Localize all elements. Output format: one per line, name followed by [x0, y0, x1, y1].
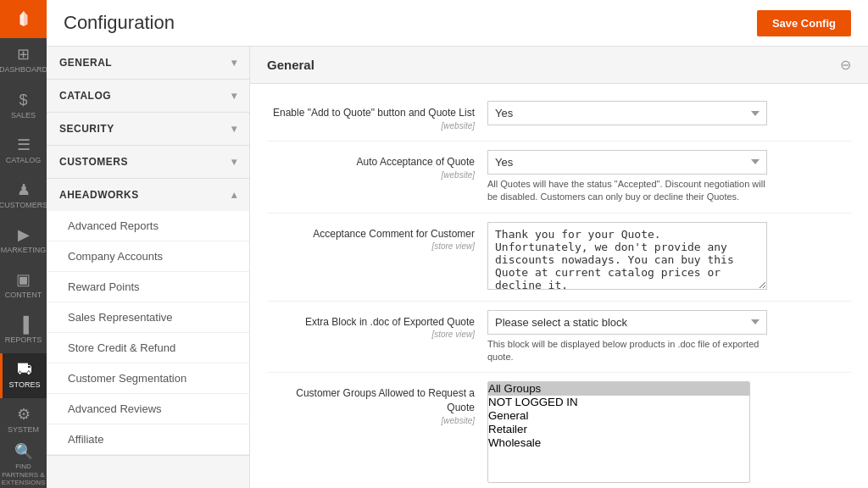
- sidebar-item-content[interactable]: ▣ CONTENT: [0, 263, 47, 308]
- listbox-wrapper: All Groups NOT LOGGED IN General Retaile…: [487, 381, 767, 483]
- form-row-add-to-quote: Enable "Add to Quote" button and Quote L…: [267, 92, 851, 141]
- sidebar-item-advanced-reports[interactable]: Advanced Reports: [47, 211, 249, 241]
- sidebar-item-label: SYSTEM: [8, 425, 39, 434]
- dashboard-icon: ⊞: [17, 47, 30, 62]
- find-icon: 🔍: [14, 444, 33, 459]
- form-table: Enable "Add to Quote" button and Quote L…: [250, 84, 868, 488]
- chevron-down-icon: ▾: [231, 90, 237, 102]
- extra-block-hint: This block will be displayed below produ…: [487, 338, 767, 364]
- sidebar-section-label: CATALOG: [59, 90, 111, 102]
- sidebar-item-label: MARKETING: [1, 246, 47, 254]
- sidebar-section-aheadworks: AHEADWORKS ▴ Advanced Reports Company Ac…: [47, 179, 249, 456]
- sidebar-header-general[interactable]: GENERAL ▾: [47, 47, 249, 79]
- magento-logo-icon: [11, 6, 36, 31]
- sidebar-item-company-accounts[interactable]: Company Accounts: [47, 241, 249, 272]
- form-row-auto-acceptance: Auto Acceptance of Quote [website] Yes N…: [267, 141, 851, 214]
- sidebar-item-sales[interactable]: $ SALES: [0, 83, 47, 128]
- customers-icon: ♟: [17, 182, 31, 197]
- chevron-down-icon: ▾: [231, 57, 237, 69]
- system-icon: ⚙: [17, 407, 31, 422]
- sales-icon: $: [19, 92, 27, 108]
- sidebar-section-customers: CUSTOMERS ▾: [47, 146, 249, 179]
- chevron-down-icon: ▾: [231, 123, 237, 135]
- form-field-auto-acceptance: Yes No All Quotes will have the status "…: [487, 150, 851, 204]
- sidebar-header-catalog[interactable]: CATALOG ▾: [47, 80, 249, 112]
- add-to-quote-select[interactable]: Yes No: [487, 101, 767, 125]
- marketing-icon: ▶: [18, 227, 30, 242]
- sidebar-section-label: GENERAL: [59, 57, 112, 69]
- auto-acceptance-select[interactable]: Yes No: [487, 150, 767, 175]
- sidebar-item-system[interactable]: ⚙ SYSTEM: [0, 398, 47, 443]
- sidebar-item-affiliate[interactable]: Affiliate: [47, 424, 249, 455]
- sidebar-item-label: CATALOG: [6, 156, 42, 164]
- sidebar-item-advanced-reviews[interactable]: Advanced Reviews: [47, 394, 249, 424]
- form-label-extra-block: Extra Block in .doc of Exported Quote [s…: [267, 310, 487, 341]
- form-label-acceptance-comment: Acceptance Comment for Customer [store v…: [267, 222, 487, 253]
- sidebar-header-security[interactable]: SECURITY ▾: [47, 113, 249, 145]
- sidebar-item-sales-representative[interactable]: Sales Representative: [47, 302, 249, 333]
- catalog-icon: ☰: [17, 137, 31, 152]
- logo-area[interactable]: [0, 0, 47, 38]
- sidebar-header-customers[interactable]: CUSTOMERS ▾: [47, 146, 249, 178]
- form-field-add-to-quote: Yes No: [487, 101, 851, 125]
- chevron-up-icon: ▴: [231, 189, 237, 201]
- sidebar-item-label: DASHBOARD: [0, 65, 47, 74]
- form-label-auto-acceptance: Auto Acceptance of Quote [website]: [267, 150, 487, 181]
- acceptance-comment-textarea[interactable]: Thank you for your Quote. Unfortunately,…: [487, 222, 767, 290]
- main-panel: General ⊖ Enable "Add to Quote" button a…: [250, 47, 868, 488]
- sidebar-item-dashboard[interactable]: ⊞ DASHBOARD: [0, 38, 47, 83]
- sidebar-item-find[interactable]: 🔍 FIND PARTNERS & EXTENSIONS: [0, 443, 47, 488]
- page-title: Configuration: [64, 12, 175, 34]
- sidebar-item-label: SALES: [11, 111, 36, 119]
- customer-groups-listbox[interactable]: All Groups NOT LOGGED IN General Retaile…: [487, 381, 750, 483]
- form-label-customer-groups: Customer Groups Allowed to Request a Quo…: [267, 381, 487, 427]
- sidebar-item-reward-points[interactable]: Reward Points: [47, 272, 249, 302]
- content-area: GENERAL ▾ CATALOG ▾ SECURITY ▾ CUSTOMERS: [47, 47, 868, 488]
- sidebar-section-security: SECURITY ▾: [47, 113, 249, 146]
- sidebar-item-marketing[interactable]: ▶ MARKETING: [0, 218, 47, 263]
- section-title: General: [267, 58, 314, 72]
- stores-icon: ⛟: [17, 362, 32, 377]
- form-label-add-to-quote: Enable "Add to Quote" button and Quote L…: [267, 101, 487, 132]
- sidebar-section-catalog: CATALOG ▾: [47, 80, 249, 113]
- sidebar-item-label: REPORTS: [5, 336, 42, 344]
- sidebar-section-label: CUSTOMERS: [59, 156, 128, 168]
- top-bar: Configuration Save Config: [47, 0, 868, 47]
- section-header: General ⊖: [250, 47, 868, 84]
- sidebar-item-reports[interactable]: ▐ REPORTS: [0, 308, 47, 353]
- aheadworks-items: Advanced Reports Company Accounts Reward…: [47, 211, 249, 455]
- sidebar-item-customer-segmentation[interactable]: Customer Segmentation: [47, 363, 249, 394]
- sidebar-header-aheadworks[interactable]: AHEADWORKS ▴: [47, 179, 249, 211]
- sidebar-item-store-credit[interactable]: Store Credit & Refund: [47, 333, 249, 363]
- sidebar-section-label: AHEADWORKS: [59, 189, 139, 201]
- form-field-extra-block: Please select a static block This block …: [487, 310, 851, 364]
- form-row-customer-groups: Customer Groups Allowed to Request a Quo…: [267, 373, 851, 488]
- auto-acceptance-hint: All Quotes will have the status "Accepte…: [487, 178, 767, 204]
- extra-block-select[interactable]: Please select a static block: [487, 310, 767, 335]
- save-config-button[interactable]: Save Config: [757, 10, 851, 36]
- main-content: Configuration Save Config GENERAL ▾ CATA…: [47, 0, 868, 488]
- form-field-acceptance-comment: Thank you for your Quote. Unfortunately,…: [487, 222, 851, 292]
- sidebar-section-label: SECURITY: [59, 123, 114, 135]
- sidebar-item-label: FIND PARTNERS & EXTENSIONS: [0, 463, 47, 487]
- collapse-icon[interactable]: ⊖: [840, 57, 851, 73]
- sidebar-item-label: CUSTOMERS: [0, 201, 47, 209]
- sidebar-item-label: STORES: [9, 380, 41, 389]
- sidebar-item-stores[interactable]: ⛟ STORES: [0, 353, 47, 398]
- sidebar-item-label: CONTENT: [5, 291, 42, 299]
- content-icon: ▣: [16, 272, 31, 287]
- form-row-acceptance-comment: Acceptance Comment for Customer [store v…: [267, 214, 851, 302]
- reports-icon: ▐: [18, 317, 29, 332]
- config-sidebar: GENERAL ▾ CATALOG ▾ SECURITY ▾ CUSTOMERS: [47, 47, 250, 488]
- chevron-down-icon: ▾: [231, 156, 237, 168]
- sidebar-section-general: GENERAL ▾: [47, 47, 249, 80]
- form-row-extra-block: Extra Block in .doc of Exported Quote [s…: [267, 302, 851, 374]
- sidebar-item-customers[interactable]: ♟ CUSTOMERS: [0, 173, 47, 218]
- form-field-customer-groups: All Groups NOT LOGGED IN General Retaile…: [487, 381, 851, 483]
- sidebar-item-catalog[interactable]: ☰ CATALOG: [0, 128, 47, 173]
- left-navigation: ⊞ DASHBOARD $ SALES ☰ CATALOG ♟ CUSTOMER…: [0, 0, 47, 488]
